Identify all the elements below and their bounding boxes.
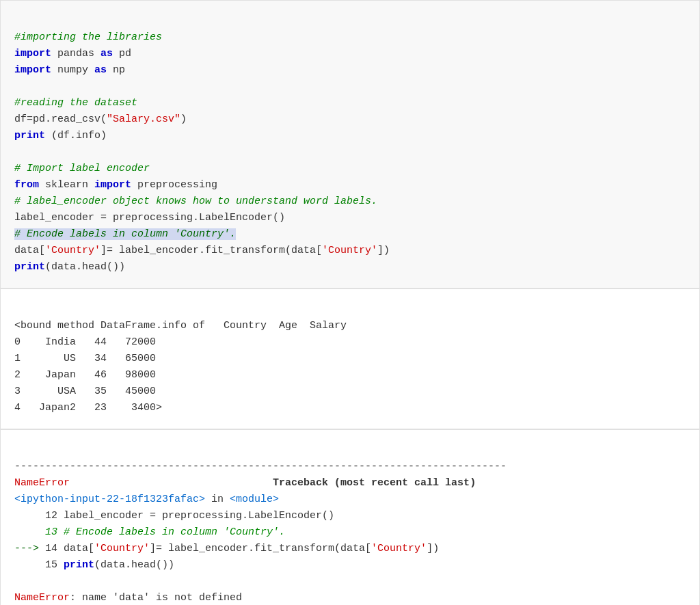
import-pandas: import pandas as pd <box>14 48 131 59</box>
notebook-cell-code: #importing the libraries import pandas a… <box>0 0 700 288</box>
output-row-2: 2 Japan 46 98000 <box>14 369 156 381</box>
import-numpy: import numpy as np <box>14 64 125 76</box>
output-row-4: 4 Japan2 23 3400> <box>14 402 162 414</box>
error-line15: 15 print(data.head()) <box>14 559 174 571</box>
print-info: print (df.info) <box>14 130 107 142</box>
read-csv: df=pd.read_csv("Salary.csv") <box>14 113 187 125</box>
error-input-ref: <ipython-input-22-18f1323fafac> in <modu… <box>14 494 279 505</box>
fit-transform: data['Country']= label_encoder.fit_trans… <box>14 245 390 256</box>
output-row-3: 3 USA 35 45000 <box>14 386 156 397</box>
comment-importing: #importing the libraries <box>14 31 162 43</box>
error-line13: 13 # Encode labels in column 'Country'. <box>14 526 285 538</box>
error-line12: 12 label_encoder = preprocessing.LabelEn… <box>14 510 334 522</box>
error-arrow-line: ---> 14 data['Country']= label_encoder.f… <box>14 543 439 554</box>
label-encoder-init: label_encoder = preprocessing.LabelEncod… <box>14 212 285 224</box>
print-head: print(data.head()) <box>14 261 125 273</box>
comment-reading: #reading the dataset <box>14 97 137 109</box>
notebook-output: <bound method DataFrame.info of Country … <box>0 288 700 429</box>
error-final-message: NameError: name 'data' is not defined <box>14 592 242 604</box>
comment-import-label: # Import label encoder <box>14 163 150 174</box>
comment-label-encoder: # label_encoder object knows how to unde… <box>14 196 377 207</box>
from-sklearn: from sklearn import preprocessing <box>14 179 217 191</box>
output-row-0: 0 India 44 72000 <box>14 336 156 348</box>
comment-encode-labels: # Encode labels in column 'Country'. <box>14 228 236 240</box>
output-line-header: <bound method DataFrame.info of Country … <box>14 320 347 332</box>
error-separator: ----------------------------------------… <box>14 461 507 472</box>
notebook-error: ----------------------------------------… <box>0 429 700 605</box>
output-row-1: 1 US 34 65000 <box>14 353 156 364</box>
error-header: NameError Traceback (most recent call la… <box>14 477 476 489</box>
